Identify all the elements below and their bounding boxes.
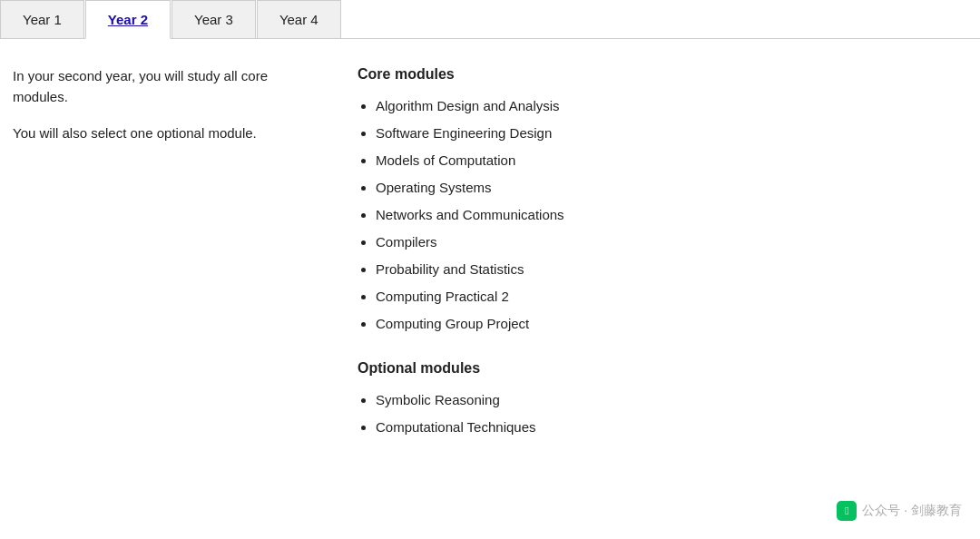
core-modules-list: Algorithm Design and AnalysisSoftware En… <box>358 95 967 335</box>
tab-year3[interactable]: Year 3 <box>172 0 256 38</box>
list-item: Computational Techniques <box>376 416 967 438</box>
wechat-icon:  <box>837 501 857 521</box>
list-item: Software Engineering Design <box>376 122 967 144</box>
intro-paragraph-2: You will also select one optional module… <box>13 123 321 144</box>
optional-modules-list: Symbolic ReasoningComputational Techniqu… <box>358 389 967 438</box>
list-item: Symbolic Reasoning <box>376 389 967 411</box>
watermark-text: 公众号 · 剑藤教育 <box>862 503 962 519</box>
list-item: Models of Computation <box>376 150 967 172</box>
intro-paragraph-1: In your second year, you will study all … <box>13 66 321 107</box>
watermark:  公众号 · 剑藤教育 <box>837 501 962 521</box>
right-panel: Core modules Algorithm Design and Analys… <box>358 66 967 464</box>
list-item: Operating Systems <box>376 177 967 199</box>
list-item: Probability and Statistics <box>376 259 967 280</box>
list-item: Compilers <box>376 231 967 253</box>
tabs-bar: Year 1 Year 2 Year 3 Year 4 <box>0 0 980 39</box>
left-panel: In your second year, you will study all … <box>13 66 321 464</box>
tab-year4[interactable]: Year 4 <box>257 0 341 38</box>
content-area: In your second year, you will study all … <box>0 39 980 491</box>
tab-year2[interactable]: Year 2 <box>85 0 171 39</box>
list-item: Networks and Communications <box>376 204 967 226</box>
tab-year1[interactable]: Year 1 <box>0 0 84 38</box>
list-item: Computing Practical 2 <box>376 286 967 308</box>
list-item: Algorithm Design and Analysis <box>376 95 967 117</box>
core-modules-title: Core modules <box>358 66 967 83</box>
optional-modules-title: Optional modules <box>358 360 967 377</box>
list-item: Computing Group Project <box>376 313 967 335</box>
